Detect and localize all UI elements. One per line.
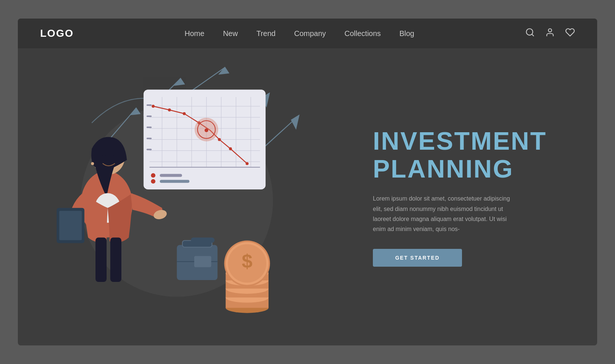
nav-item-new[interactable]: New: [223, 29, 238, 38]
nav-links: Home New Trend Company Collections Blog: [185, 29, 414, 38]
svg-point-2: [549, 29, 552, 32]
svg-rect-45: [160, 174, 182, 177]
right-section: INVESTMENT PLANNING Lorem ipsum dolor si…: [365, 48, 597, 345]
svg-rect-62: [194, 256, 211, 267]
svg-marker-7: [175, 78, 184, 85]
hero-title: INVESTMENT PLANNING: [373, 127, 575, 183]
svg-point-34: [168, 108, 171, 111]
svg-line-12: [188, 67, 225, 93]
svg-point-46: [151, 179, 155, 183]
nav-item-blog[interactable]: Blog: [399, 29, 414, 38]
get-started-button[interactable]: GET STARTED: [373, 249, 462, 267]
hero-description: Lorem ipsum dolor sit amet, consectetuer…: [373, 194, 514, 234]
svg-point-33: [152, 105, 154, 108]
svg-rect-63: [191, 238, 215, 243]
nav-item-home[interactable]: Home: [185, 29, 204, 38]
left-section: $: [18, 48, 365, 345]
nav-item-collections[interactable]: Collections: [345, 29, 381, 38]
svg-point-56: [91, 162, 94, 165]
svg-point-57: [102, 155, 105, 159]
user-icon[interactable]: [545, 27, 555, 39]
svg-rect-54: [95, 238, 107, 282]
illustration-svg: $: [18, 48, 365, 345]
svg-text:$: $: [242, 250, 253, 272]
svg-rect-47: [160, 180, 189, 183]
page-frame: LOGO Home New Trend Company Collections …: [18, 19, 597, 345]
navbar: LOGO Home New Trend Company Collections …: [18, 19, 597, 48]
svg-point-39: [245, 162, 248, 165]
svg-rect-52: [59, 211, 82, 240]
svg-rect-28: [147, 104, 152, 106]
svg-point-44: [151, 173, 155, 178]
svg-rect-29: [147, 116, 152, 117]
search-icon[interactable]: [525, 27, 535, 39]
svg-marker-11: [292, 116, 299, 129]
nav-item-trend[interactable]: Trend: [256, 29, 276, 38]
svg-rect-31: [147, 138, 152, 139]
nav-item-company[interactable]: Company: [294, 29, 326, 38]
svg-rect-55: [110, 238, 121, 282]
heart-icon[interactable]: [565, 27, 575, 39]
svg-rect-30: [147, 127, 152, 128]
logo[interactable]: LOGO: [40, 27, 74, 39]
main-content: $ INVESTMENT PLANNING Lorem ipsum dolor …: [18, 48, 597, 345]
svg-line-1: [532, 34, 534, 36]
svg-point-58: [110, 155, 114, 159]
svg-point-38: [229, 147, 232, 150]
svg-marker-5: [131, 108, 140, 115]
svg-point-42: [205, 129, 208, 132]
svg-point-35: [183, 112, 186, 115]
svg-point-37: [218, 138, 221, 141]
nav-icons: [525, 27, 575, 39]
svg-rect-32: [147, 149, 152, 150]
